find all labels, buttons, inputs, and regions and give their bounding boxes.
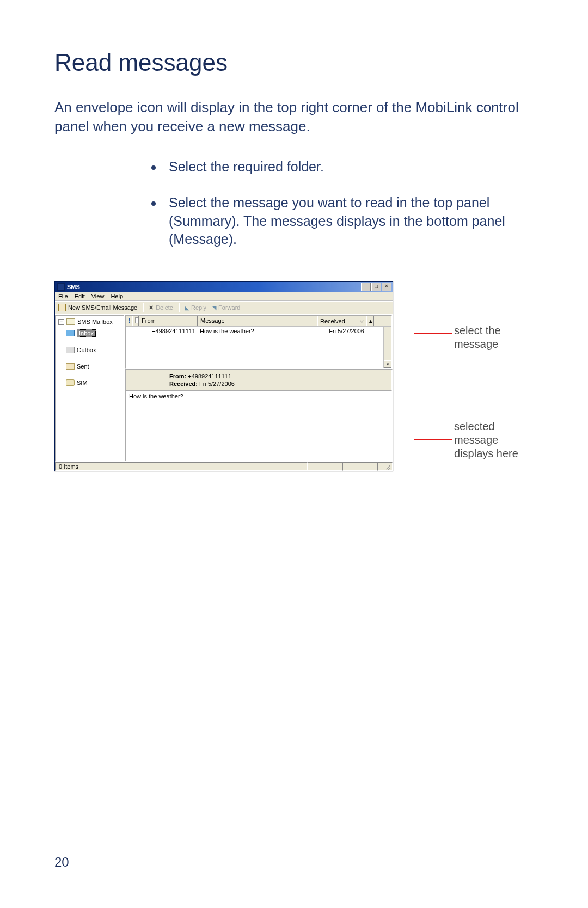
collapse-icon[interactable]: − — [58, 319, 64, 325]
titlebar[interactable]: SMS _ □ × — [55, 282, 393, 292]
menubar: File Edit View Help — [55, 292, 393, 301]
tree-sent[interactable]: Sent — [65, 363, 122, 370]
resize-grip[interactable] — [377, 462, 393, 471]
toolbar-separator — [143, 303, 143, 312]
delete-icon: ✕ — [149, 304, 154, 311]
cell-from: +498924111111 — [139, 328, 198, 334]
message-body-text: How is the weather? — [129, 393, 183, 400]
table-row[interactable]: +498924111111 How is the weather? Fri 5/… — [126, 327, 391, 335]
forward-icon: ◥ — [212, 304, 216, 311]
tree-sim-label: SIM — [77, 379, 88, 386]
received-label: Received: — [169, 381, 198, 387]
list-header: ! From Message Received ▽ ▴ — [126, 316, 391, 327]
app-icon — [57, 283, 65, 291]
menu-edit[interactable]: Edit — [75, 293, 85, 299]
toolbar: New SMS/Email Message ✕ Delete ◣ Reply ◥… — [55, 301, 393, 314]
sim-icon — [66, 379, 75, 386]
tree-root-label: SMS Mailbox — [77, 318, 113, 325]
sent-icon — [66, 363, 75, 370]
status-cell — [342, 462, 377, 471]
menu-file[interactable]: File — [58, 293, 68, 299]
forward-label: Forward — [218, 304, 240, 311]
new-message-label: New SMS/Email Message — [68, 304, 137, 311]
col-priority[interactable]: ! — [126, 316, 132, 326]
col-from[interactable]: From — [139, 316, 198, 326]
menu-help[interactable]: Help — [111, 293, 123, 299]
reply-button[interactable]: ◣ Reply — [185, 304, 206, 311]
delete-label: Delete — [156, 304, 173, 311]
from-value: +498924111111 — [188, 373, 231, 379]
callout-line — [414, 333, 452, 334]
status-items: 0 Items — [55, 462, 308, 471]
close-button[interactable]: × — [382, 283, 391, 291]
scroll-up-button[interactable]: ▴ — [366, 316, 374, 326]
forward-button[interactable]: ◥ Forward — [212, 304, 240, 311]
col-received-label: Received — [320, 318, 345, 324]
new-message-button[interactable]: New SMS/Email Message — [58, 304, 137, 311]
page-number: 20 — [54, 855, 69, 870]
cell-message: How is the weather? — [198, 328, 317, 334]
list-item: Select the required folder. — [163, 158, 534, 176]
tree-outbox[interactable]: Outbox — [65, 346, 122, 354]
instruction-list: Select the required folder. Select the m… — [163, 158, 534, 249]
window-title: SMS — [67, 284, 80, 290]
tree-inbox[interactable]: Inbox — [65, 329, 122, 338]
sort-desc-icon: ▽ — [360, 318, 364, 324]
page-heading: Read messages — [54, 49, 544, 76]
figure: SMS _ □ × File Edit View Help New SMS/Em… — [54, 281, 534, 471]
tree-outbox-label: Outbox — [77, 347, 96, 353]
toolbar-separator — [179, 303, 179, 312]
tree-inbox-label: Inbox — [77, 329, 96, 337]
reply-icon: ◣ — [185, 304, 189, 311]
vertical-scrollbar[interactable]: ▾ — [383, 327, 391, 368]
col-attachment[interactable] — [132, 316, 139, 326]
tree-sim[interactable]: SIM — [65, 379, 122, 386]
from-label: From: — [169, 373, 186, 379]
reply-label: Reply — [191, 304, 206, 311]
callout-select-message: select the message — [454, 324, 536, 351]
message-list[interactable]: ! From Message Received ▽ ▴ — [125, 315, 393, 369]
cell-received: Fri 5/27/2006 — [317, 328, 366, 334]
intro-text: An envelope icon will display in the top… — [54, 98, 534, 136]
callout-line — [414, 439, 452, 440]
callout-selected-display: selected message displays here — [454, 420, 536, 461]
statusbar: 0 Items — [55, 462, 393, 471]
folder-tree[interactable]: − SMS Mailbox Inbox Outbox Sent — [55, 315, 125, 462]
message-body[interactable]: How is the weather? — [125, 390, 393, 462]
tree-root[interactable]: − SMS Mailbox — [57, 318, 122, 326]
received-value: Fri 5/27/2006 — [199, 381, 235, 387]
maximize-button[interactable]: □ — [371, 283, 381, 291]
app-window: SMS _ □ × File Edit View Help New SMS/Em… — [54, 281, 393, 471]
message-detail-header: From: +498924111111 Received: Fri 5/27/2… — [125, 369, 393, 390]
tree-sent-label: Sent — [77, 363, 89, 370]
menu-view[interactable]: View — [91, 293, 105, 299]
col-message[interactable]: Message — [198, 316, 317, 326]
list-item: Select the message you want to read in t… — [163, 194, 534, 249]
scroll-down-button[interactable]: ▾ — [384, 360, 391, 368]
mailbox-icon — [66, 318, 75, 325]
page-icon — [135, 317, 139, 323]
minimize-button[interactable]: _ — [361, 283, 371, 291]
inbox-icon — [66, 330, 75, 336]
status-cell — [308, 462, 342, 471]
envelope-icon — [58, 304, 66, 311]
col-received[interactable]: Received ▽ — [317, 316, 366, 326]
outbox-icon — [66, 347, 75, 353]
delete-button[interactable]: ✕ Delete — [149, 304, 173, 311]
